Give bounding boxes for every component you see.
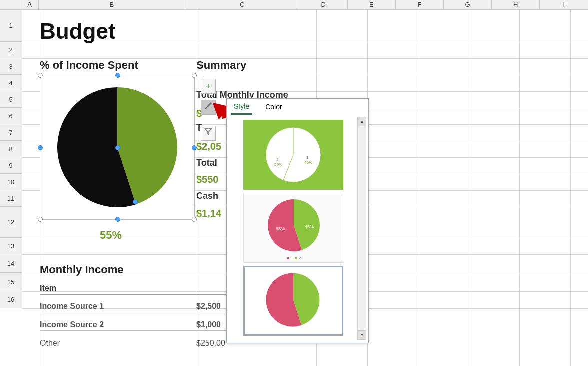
scroll-down-icon[interactable]: ▾ [358,330,366,339]
svg-text:55%: 55% [274,162,282,167]
chart-filter-button[interactable] [201,126,216,141]
pie-chart[interactable] [40,75,195,220]
table-cell-amount: $1,000 [196,320,221,329]
col-B[interactable]: B [39,0,185,9]
row-1[interactable]: 1 [0,10,22,42]
col-I[interactable]: I [540,0,588,9]
table-cell-item: Income Source 1 [40,302,104,310]
row-9[interactable]: 9 [0,157,22,174]
chart-style-panel: Style Color 1 45% 2 55% [226,98,369,343]
col-D[interactable]: D [299,0,348,9]
svg-text:■: ■ [295,256,297,260]
style-thumbnails: 1 45% 2 55% 45% 55% ■ 1 ■ 2 [230,117,356,340]
svg-text:45%: 45% [304,160,312,165]
row-8[interactable]: 8 [0,141,22,157]
svg-text:■: ■ [287,256,289,260]
svg-text:55%: 55% [276,226,285,231]
row-6[interactable]: 6 [0,108,22,124]
table-cell-item: Income Source 2 [40,320,104,329]
svg-text:45%: 45% [305,224,314,229]
svg-text:1: 1 [306,155,309,160]
col-A[interactable]: A [21,0,39,9]
tab-style[interactable]: Style [231,99,252,115]
row-14[interactable]: 14 [0,254,22,273]
svg-text:2: 2 [299,256,301,260]
row-10[interactable]: 10 [0,174,22,190]
col-C[interactable]: C [185,0,299,9]
row-2[interactable]: 2 [0,42,22,58]
style-option-1[interactable]: 1 45% 2 55% [243,120,343,190]
row-5[interactable]: 5 [0,91,22,108]
row-13[interactable]: 13 [0,238,22,254]
summary-heading: Summary [196,59,246,72]
col-H[interactable]: H [492,0,540,9]
row-headers: 12345678910111213141516 [0,10,22,308]
svg-text:1: 1 [291,256,293,260]
monthly-income-heading: Monthly Income [40,263,123,276]
chart-title: % of Income Spent [40,59,138,72]
row-15[interactable]: 15 [0,273,22,291]
scrollbar[interactable]: ▴ ▾ [357,117,366,340]
column-headers: A B C D E F G H I [0,0,588,10]
row-12[interactable]: 12 [0,207,22,238]
table-cell-amount: $250.00 [196,339,225,348]
scroll-up-icon[interactable]: ▴ [358,117,366,126]
table-cell-item: Other [40,339,60,347]
style-option-3-selected[interactable] [243,266,343,336]
chart-data-label: 55% [100,229,122,242]
table-header-item: Item [40,284,56,292]
col-F[interactable]: F [396,0,444,9]
style-option-2[interactable]: 45% 55% ■ 1 ■ 2 [243,193,343,263]
col-G[interactable]: G [444,0,492,9]
table-cell-amount: $2,500 [196,302,221,311]
row-11[interactable]: 11 [0,190,22,207]
svg-text:2: 2 [276,157,279,162]
plus-icon: + [206,81,211,91]
tab-color[interactable]: Color [262,100,285,114]
funnel-icon [203,128,213,138]
page-title: Budget [40,19,116,44]
col-E[interactable]: E [348,0,396,9]
row-16[interactable]: 16 [0,291,22,308]
row-7[interactable]: 7 [0,124,22,141]
row-3[interactable]: 3 [0,58,22,75]
row-4[interactable]: 4 [0,75,22,91]
chart-add-element-button[interactable]: + [201,79,216,94]
brush-icon [203,102,213,112]
